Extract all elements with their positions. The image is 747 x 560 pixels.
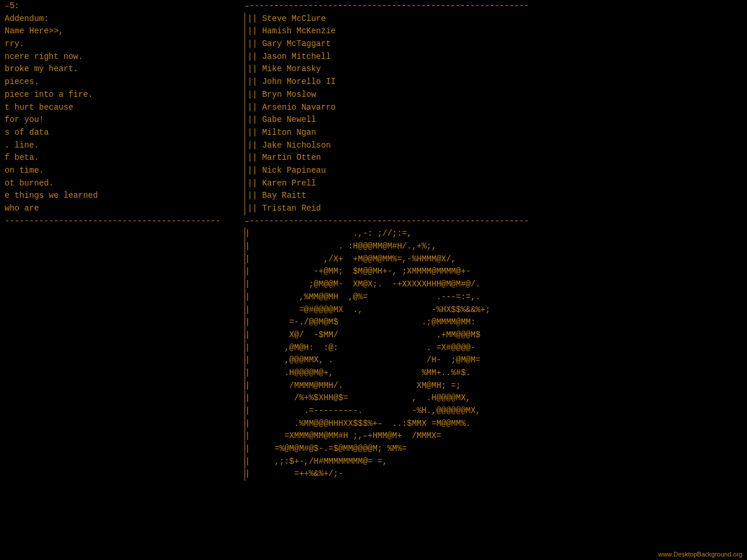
name-entry: || Steve McClure <box>245 13 747 26</box>
ascii-art-line: | =@#@@@@MX ., -%HX$$%&&%+; <box>245 304 747 317</box>
left-panel: –5:Addendum:Name Here>>,rry.ncere right … <box>0 0 242 560</box>
names-list: || Steve McClure|| Hamish McKenzie|| Gar… <box>245 13 747 215</box>
name-entry: || Bryn Moslow <box>245 89 747 102</box>
watermark: www.DesktopBackground.org <box>658 551 742 558</box>
name-entry: || Hamish McKenzie <box>245 25 747 38</box>
right-panel: –---------------------------------------… <box>242 0 747 560</box>
left-line: Name Here>>, <box>5 25 238 38</box>
ascii-art-line: | =%@M@M#@$-.=$@MM@@@@M; %M%= <box>245 443 747 456</box>
ascii-art-line: | ;@M@@M- XM@X;. -+XXXXXHHH@M@M#@/. <box>245 278 747 291</box>
ascii-art-line: | .=---------. -%H.,@@@@@@MX, <box>245 405 747 418</box>
ascii-art-line: | /MMMM@MMH/. XM@MH; =; <box>245 380 747 393</box>
ascii-art-line: | ,;:$+-,/H#MMMMMMMM@= =, <box>245 456 747 468</box>
ascii-art-line: | ,/X+ +M@@M@MM%=,-%HMMM@X/, <box>245 253 747 266</box>
name-entry: || Bay Raitt <box>245 190 747 202</box>
left-line: s of data <box>5 127 238 139</box>
left-line: who are <box>5 202 238 215</box>
left-line: ot burned. <box>5 177 238 190</box>
terminal-container: –5:Addendum:Name Here>>,rry.ncere right … <box>0 0 747 560</box>
name-entry: || Jason Mitchell <box>245 51 747 64</box>
left-line: e things we learned <box>5 190 238 202</box>
ascii-art-line: | .%MM@@@HHHXX$$$%+– ..:$MMX =M@@MM%. <box>245 418 747 430</box>
ascii-art-line: | =-./@@M@M$ .;@MMMM@MM: <box>245 316 747 329</box>
left-line: for you! <box>5 114 238 127</box>
ascii-art-line: | X@/ -$MM/ .+MM@@@M$ <box>245 329 747 342</box>
ascii-art-line: | . :H@@@MM@M#H/.,+%;, <box>245 240 747 253</box>
left-line: f beta. <box>5 152 238 164</box>
left-line: broke my heart. <box>5 63 238 76</box>
ascii-art-line: | .,-: ;//;:=, <box>245 228 747 240</box>
name-entry: || Karen Prell <box>245 177 747 190</box>
name-entry: || Jake Nicholson <box>245 139 747 152</box>
left-line: –5: <box>5 0 238 13</box>
name-entry: || Gabe Newell <box>245 114 747 127</box>
name-entry: || Tristan Reid <box>245 202 747 215</box>
ascii-art-line: | .H@@@@M@+, %MM+..%#$. <box>245 367 747 380</box>
name-entry: || Gary McTaggart <box>245 38 747 51</box>
name-entry: || Arsenio Navarro <box>245 102 747 114</box>
left-line: rry. <box>5 38 238 51</box>
ascii-art-line: | =++%&%+/;- <box>245 468 747 481</box>
left-line: Addendum: <box>5 13 238 26</box>
right-separator-top: –---------------------------------------… <box>245 0 747 13</box>
ascii-art-line: | -+@MM; $M@@MH+-, ;XMMMM@MMMM@+- <box>245 265 747 278</box>
left-line: . line. <box>5 139 238 152</box>
ascii-art-line: | ,%MM@@MH ,@%= .---=:=,. <box>245 291 747 304</box>
name-entry: || Martin Otten <box>245 152 747 164</box>
ascii-art-line: | ,@M@H: :@: . =X#@@@@- <box>245 342 747 355</box>
name-entry: || Mike Morasky <box>245 63 747 76</box>
left-line: t hurt because <box>5 102 238 114</box>
left-line: ncere right now. <box>5 51 238 64</box>
ascii-art: | .,-: ;//;:=,| . :H@@@MM@M#H/.,+%;,| ,/… <box>245 228 747 481</box>
name-entry: || John Morello II <box>245 76 747 89</box>
name-entry: || Nick Papineau <box>245 164 747 177</box>
name-entry: || Milton Ngan <box>245 127 747 139</box>
right-separator-bottom: –---------------------------------------… <box>245 215 747 228</box>
left-line: on time. <box>5 164 238 177</box>
ascii-art-line: | =XMMM@MM@MM#H ;,–+HMM@M+ /MMMX= <box>245 430 747 443</box>
left-line: piece into a fire. <box>5 89 238 102</box>
ascii-art-line: | ,@@@MMX, . /H- ;@M@M= <box>245 354 747 367</box>
left-line: pieces. <box>5 76 238 89</box>
right-content: –---------------------------------------… <box>242 0 747 481</box>
left-separator: ----------------------------------------… <box>5 215 238 228</box>
ascii-art-line: | /%+%$XHH@$= , .H@@@@MX, <box>245 392 747 405</box>
left-text-block: –5:Addendum:Name Here>>,rry.ncere right … <box>5 0 238 215</box>
